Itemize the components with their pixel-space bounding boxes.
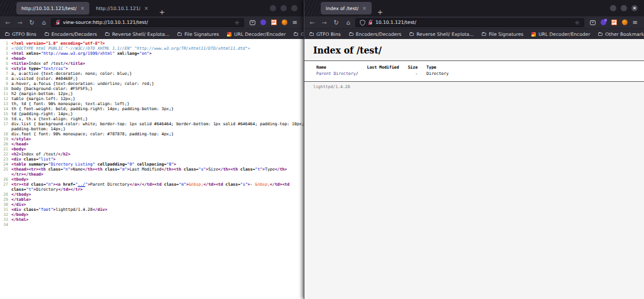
- bookmark-item[interactable]: Reverse Shell/ Explota...: [409, 31, 474, 37]
- foxyproxy-icon[interactable]: [282, 20, 287, 25]
- source-token: <tr><td: [11, 182, 31, 187]
- extension-icon-purple[interactable]: [601, 20, 606, 25]
- bookmark-item[interactable]: Encoders/Decoders: [45, 31, 97, 37]
- source-token: >: [149, 51, 152, 56]
- source-line: 19</style>: [0, 137, 304, 142]
- source-token: class=: [24, 157, 38, 162]
- browser-tab[interactable]: Index of /test/×: [321, 2, 372, 14]
- bookmark-item[interactable]: File Signatures: [482, 31, 523, 37]
- source-token: <html: [11, 51, 26, 56]
- bookmark-item[interactable]: Encoders/Decoders: [349, 31, 402, 37]
- home-button[interactable]: ⌂: [39, 19, 48, 26]
- bookmark-item[interactable]: Other Bookmarks: [598, 31, 644, 37]
- source-line: padding-bottom: 14px;}: [0, 127, 304, 132]
- bookmark-item[interactable]: Reverse Shell/ Explota...: [105, 31, 169, 37]
- browser-window-directory-listing: Index of /test/× + × ← → ↻ ⌂ 10.10.1.121…: [304, 0, 644, 299]
- line-number: 17: [0, 121, 8, 127]
- source-token: class=: [240, 167, 255, 172]
- page-content: Index of /test/ NameLast ModifiedSizeTyp…: [304, 39, 644, 299]
- window-minimize-button[interactable]: [270, 5, 276, 11]
- source-token: Name: [73, 167, 83, 172]
- source-line: class="t">Directory</td></tr>: [0, 187, 304, 192]
- reload-button[interactable]: ↻: [27, 19, 36, 26]
- bookmark-item[interactable]: File Signatures: [177, 31, 219, 37]
- bookmark-favicon: [531, 32, 536, 37]
- forward-button[interactable]: →: [319, 19, 329, 26]
- parent-directory-link[interactable]: Parent Directory: [316, 71, 356, 76]
- line-number: 30: [0, 202, 8, 207]
- line-number: 10: [0, 86, 8, 91]
- source-token: </div>: [92, 207, 107, 212]
- pocket-icon[interactable]: [590, 20, 596, 25]
- line-number: 3: [0, 51, 8, 56]
- source-token: </td><td: [270, 182, 289, 187]
- source-token: </td></tr>: [58, 187, 82, 192]
- directory-list-box: NameLast ModifiedSizeType Parent Directo…: [304, 60, 644, 82]
- browser-tab[interactable]: http://10.10.1.121/×: [91, 2, 153, 14]
- bookmark-item[interactable]: URL Decoder/Encoder: [531, 31, 590, 37]
- line-number: 8: [0, 76, 8, 81]
- line-number: 4: [0, 56, 8, 61]
- source-token: xmlns=: [26, 51, 40, 56]
- source-line: 2<!DOCTYPE html PUBLIC "-//W3C//DTD XHTM…: [0, 46, 304, 51]
- source-token: class=: [226, 182, 240, 187]
- source-line: 6<style type="text/css">: [0, 66, 304, 71]
- source-line: 1<?xml version="1.0" encoding="utf-8"?>: [0, 41, 304, 46]
- foxyproxy-icon[interactable]: [622, 20, 628, 25]
- source-line: 3<html xmlns="http://www.w3.org/1999/xht…: [0, 51, 304, 56]
- menu-button[interactable]: ≡: [292, 19, 297, 26]
- extension-icon-ip[interactable]: IP: [611, 20, 617, 25]
- bookmark-star-icon[interactable]: ☆: [575, 20, 580, 26]
- back-button[interactable]: ←: [308, 19, 317, 26]
- bookmark-item[interactable]: GTFO Bins: [309, 31, 341, 37]
- extension-icon-ip[interactable]: IP: [271, 20, 277, 25]
- source-href-link[interactable]: ../: [78, 182, 86, 187]
- reload-button[interactable]: ↻: [331, 19, 341, 26]
- window-minimize-button[interactable]: [610, 5, 616, 11]
- line-number: 23: [0, 157, 8, 162]
- source-token: a, a:active {text-decoration: none; colo…: [11, 71, 132, 76]
- tab-close-icon[interactable]: ×: [80, 6, 85, 11]
- source-code: th { font-weight: bold; padding-right: 1…: [11, 106, 174, 111]
- folder-icon: [309, 33, 314, 36]
- source-token: type=: [28, 66, 41, 71]
- extension-icon-purple[interactable]: [260, 20, 266, 25]
- source-token: "Directory Listing": [48, 162, 95, 167]
- source-token: th { font-weight: bold; padding-right: 1…: [11, 106, 174, 111]
- window-maximize-button[interactable]: [280, 5, 287, 11]
- tab-close-icon[interactable]: ×: [144, 6, 148, 11]
- window-close-button[interactable]: [291, 5, 297, 11]
- source-token: "t": [255, 167, 263, 172]
- new-tab-button[interactable]: +: [377, 8, 383, 16]
- bookmark-label: Reverse Shell/ Explota...: [112, 31, 169, 37]
- source-token: "en": [140, 51, 150, 56]
- bookmark-star-icon[interactable]: ☆: [235, 20, 240, 26]
- bookmark-item[interactable]: GTFO Bins: [5, 31, 36, 37]
- source-token: </head>: [11, 142, 28, 147]
- source-token: "s": [240, 182, 248, 187]
- window-maximize-button[interactable]: [621, 5, 627, 11]
- tab-close-icon[interactable]: ×: [362, 6, 367, 11]
- source-token: th, td { font: 90% monospace; text-align…: [11, 101, 130, 106]
- url-bar[interactable]: view-source:http://10.10.1.121/test/ ☆: [51, 18, 244, 27]
- menu-button[interactable]: ≡: [633, 19, 638, 26]
- source-line: 10body {background-color: #F5F5F5;}: [0, 86, 304, 91]
- url-bar[interactable]: 10.10.1.121/test/ ☆: [355, 18, 584, 27]
- bookmark-item[interactable]: URL Decoder/Encoder: [227, 31, 286, 37]
- folder-icon: [409, 33, 414, 36]
- source-token: td {padding-right: 14px;}: [11, 111, 73, 116]
- folder-icon: [598, 33, 602, 36]
- browser-tab[interactable]: http://10.10.1.121/test/×: [16, 2, 89, 14]
- source-code: body {background-color: #F5F5F5;}: [11, 86, 92, 91]
- tracking-shield-icon[interactable]: [360, 20, 365, 26]
- window-close-button[interactable]: ×: [631, 5, 638, 11]
- link-suffix: /: [356, 71, 358, 76]
- source-code: <div class="foot">lighttpd/1.4.28</div>: [11, 207, 108, 212]
- new-tab-button[interactable]: +: [159, 8, 165, 16]
- forward-button[interactable]: →: [15, 19, 25, 26]
- home-button[interactable]: ⌂: [343, 19, 353, 26]
- source-token: div.foot { font: 90% monospace; color: #…: [11, 132, 174, 137]
- pocket-icon[interactable]: [250, 20, 255, 25]
- line-number: [0, 127, 8, 132]
- back-button[interactable]: ←: [3, 19, 13, 26]
